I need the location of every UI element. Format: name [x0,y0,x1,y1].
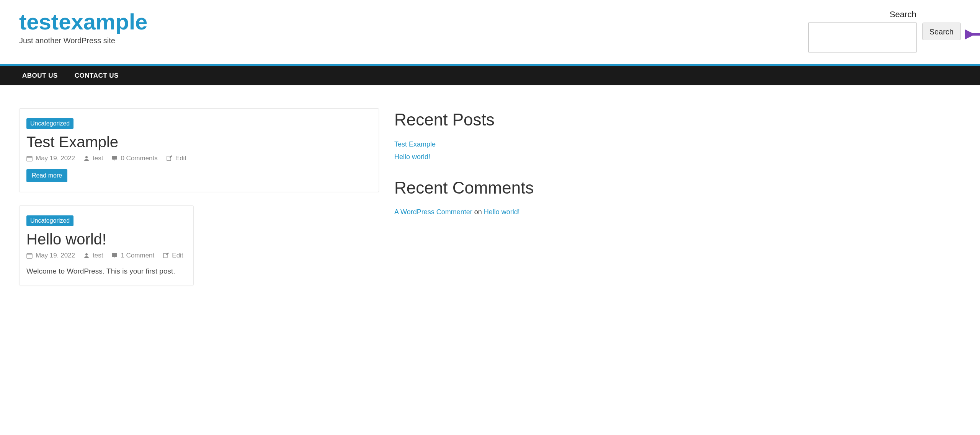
comment-on-text: on [472,208,484,216]
meta-author-text: test [93,155,103,162]
main-nav: ABOUT US CONTACT US [0,66,980,85]
read-more-button[interactable]: Read more [26,169,67,182]
meta-comments-text: 1 Comment [121,252,154,259]
post-title-link[interactable]: Test Example [26,134,118,150]
search-widget: Search Search [808,10,961,52]
site-header: testexample Just another WordPress site … [0,0,980,64]
comment-post-link[interactable]: Hello world! [484,208,520,216]
meta-author-text: test [93,252,103,259]
post-card: Uncategorized Test Example May 19, 2022 … [19,108,379,192]
post-excerpt: Welcome to WordPress. This is your first… [26,267,186,275]
annotation-arrow-icon [965,29,980,40]
widget-title: Recent Comments [394,178,961,198]
list-item: Test Example [394,140,961,148]
svg-rect-2 [27,156,32,161]
svg-point-12 [85,253,88,256]
main-content: Uncategorized Test Example May 19, 2022 … [19,108,379,299]
meta-edit[interactable]: Edit [163,252,183,259]
post-title: Hello world! [26,231,186,248]
meta-edit-text: Edit [172,252,183,259]
list-item: Hello world! [394,153,961,161]
search-input[interactable] [808,23,916,52]
content-wrapper: Uncategorized Test Example May 19, 2022 … [0,85,980,299]
site-tagline: Just another WordPress site [19,36,808,45]
category-badge[interactable]: Uncategorized [26,215,74,226]
widget-title: Recent Posts [394,110,961,130]
category-badge[interactable]: Uncategorized [26,118,74,129]
user-icon [83,155,90,161]
post-meta: May 19, 2022 test 1 Comment [26,252,186,259]
svg-rect-8 [27,254,32,258]
meta-date[interactable]: May 19, 2022 [26,252,75,259]
meta-comments-text: 0 Comments [121,155,157,162]
recent-post-link[interactable]: Hello world! [394,153,430,161]
nav-item-contact[interactable]: CONTACT US [72,66,122,85]
sidebar: Recent Posts Test Example Hello world! R… [394,108,961,299]
site-title-link[interactable]: testexample [19,9,147,34]
meta-date-text: May 19, 2022 [36,155,75,162]
site-branding: testexample Just another WordPress site [19,10,808,45]
meta-author[interactable]: test [83,252,103,259]
meta-author[interactable]: test [83,155,103,162]
meta-edit-text: Edit [175,155,186,162]
calendar-icon [26,155,33,161]
meta-comments[interactable]: 0 Comments [111,155,157,162]
post-card: Uncategorized Hello world! May 19, 2022 … [19,205,194,285]
meta-edit[interactable]: Edit [166,155,186,162]
post-title: Test Example [26,134,372,151]
search-label: Search [808,10,916,20]
edit-icon [166,155,172,161]
edit-icon [163,253,169,259]
search-button[interactable]: Search [922,23,961,40]
calendar-icon [26,253,33,259]
meta-comments[interactable]: 1 Comment [111,252,154,259]
list-item: A WordPress Commenter on Hello world! [394,208,961,216]
post-title-link[interactable]: Hello world! [26,231,106,248]
comment-author-link[interactable]: A WordPress Commenter [394,208,472,216]
meta-date[interactable]: May 19, 2022 [26,155,75,162]
nav-item-about[interactable]: ABOUT US [19,66,61,85]
recent-comments-widget: Recent Comments A WordPress Commenter on… [394,178,961,217]
site-title: testexample [19,10,808,34]
comment-icon [111,253,118,259]
comment-icon [111,155,118,161]
user-icon [83,253,90,259]
recent-posts-widget: Recent Posts Test Example Hello world! [394,110,961,161]
meta-date-text: May 19, 2022 [36,252,75,259]
post-meta: May 19, 2022 test 0 Comments [26,155,372,162]
svg-point-6 [85,156,88,158]
recent-post-link[interactable]: Test Example [394,140,436,148]
